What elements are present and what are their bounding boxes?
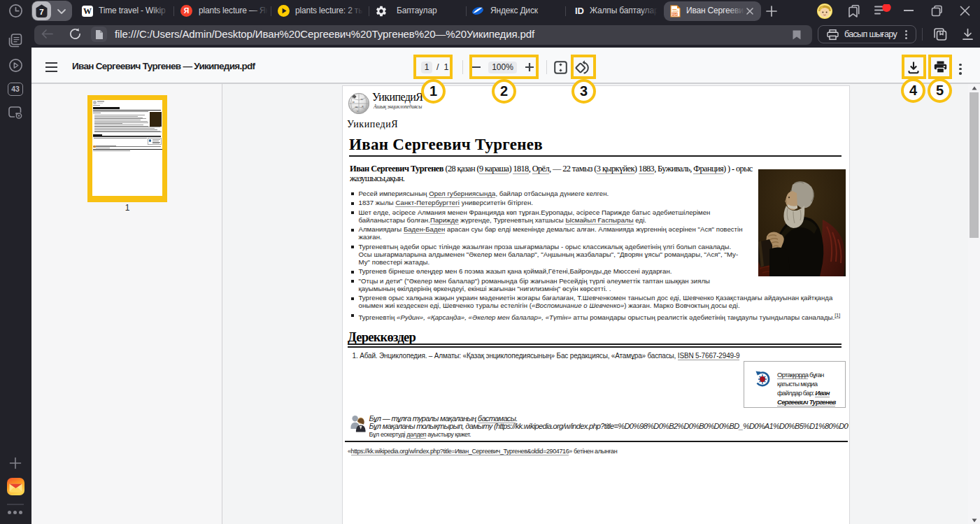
svg-text:7: 7 bbox=[39, 8, 43, 16]
svg-text:PDF: PDF bbox=[672, 13, 678, 16]
svg-text:щ: щ bbox=[355, 105, 358, 108]
svg-text:и: и bbox=[353, 100, 355, 104]
svg-text:w: w bbox=[361, 97, 364, 101]
